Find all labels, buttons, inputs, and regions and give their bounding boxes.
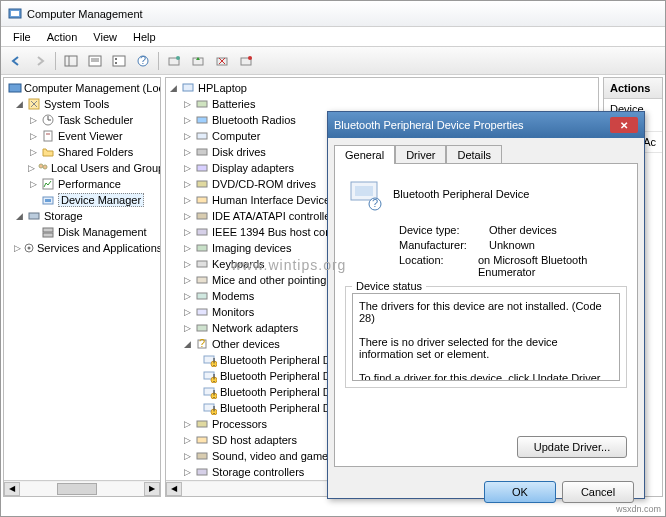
label-location: Location: bbox=[399, 254, 478, 278]
list-button[interactable] bbox=[108, 50, 130, 72]
left-pane: Computer Management (Local ◢System Tools… bbox=[3, 77, 161, 497]
svg-rect-76 bbox=[355, 186, 373, 196]
actions-header: Actions bbox=[604, 78, 662, 99]
svg-rect-9 bbox=[115, 62, 117, 64]
tree-event-viewer[interactable]: ▷Event Viewer bbox=[4, 128, 160, 144]
dialog-tabs: General Driver Details bbox=[328, 138, 644, 163]
svg-rect-50 bbox=[197, 261, 207, 267]
svg-text:!: ! bbox=[212, 356, 215, 367]
left-scrollbar[interactable]: ◀▶ bbox=[4, 480, 160, 496]
svg-rect-69 bbox=[197, 421, 207, 427]
label-manufacturer: Manufacturer: bbox=[399, 239, 489, 251]
tree-services[interactable]: ▷Services and Applications bbox=[4, 240, 160, 256]
menu-help[interactable]: Help bbox=[125, 29, 164, 45]
value-location: on Microsoft Bluetooth Enumerator bbox=[478, 254, 627, 278]
svg-text:!: ! bbox=[212, 372, 215, 383]
svg-rect-8 bbox=[115, 58, 117, 60]
dialog-buttons: OK Cancel bbox=[328, 473, 644, 511]
status-textbox[interactable]: The drivers for this device are not inst… bbox=[352, 293, 620, 381]
scan-button[interactable] bbox=[163, 50, 185, 72]
tree-task-scheduler[interactable]: ▷Task Scheduler bbox=[4, 112, 160, 128]
status-legend: Device status bbox=[352, 280, 426, 292]
svg-rect-48 bbox=[197, 229, 207, 235]
toolbar: ? bbox=[1, 47, 665, 75]
svg-rect-31 bbox=[43, 179, 53, 189]
back-button[interactable] bbox=[5, 50, 27, 72]
svg-rect-53 bbox=[197, 309, 207, 315]
svg-rect-27 bbox=[44, 131, 52, 141]
label-device-type: Device type: bbox=[399, 224, 489, 236]
credit: wsxdn.com bbox=[616, 504, 661, 514]
dialog-titlebar[interactable]: Bluetooth Peripheral Device Properties ✕ bbox=[328, 112, 644, 138]
svg-rect-42 bbox=[197, 133, 207, 139]
tree-device-manager[interactable]: Device Manager bbox=[4, 192, 160, 208]
svg-rect-71 bbox=[197, 453, 207, 459]
device-status-group: Device status The drivers for this devic… bbox=[345, 286, 627, 388]
console-tree[interactable]: Computer Management (Local ◢System Tools… bbox=[4, 78, 160, 258]
close-icon[interactable]: ✕ bbox=[610, 117, 638, 133]
svg-rect-2 bbox=[65, 56, 77, 66]
svg-text:?: ? bbox=[372, 197, 378, 209]
svg-rect-54 bbox=[197, 325, 207, 331]
tab-general[interactable]: General bbox=[334, 145, 395, 164]
svg-rect-36 bbox=[43, 233, 53, 237]
svg-rect-47 bbox=[197, 213, 207, 219]
menu-view[interactable]: View bbox=[85, 29, 125, 45]
tree-local-users[interactable]: ▷Local Users and Groups bbox=[4, 160, 160, 176]
device-category[interactable]: ▷Batteries bbox=[166, 96, 598, 112]
svg-rect-40 bbox=[197, 101, 207, 107]
window-titlebar: Computer Management bbox=[1, 1, 665, 27]
device-root[interactable]: ◢HPLaptop bbox=[166, 80, 598, 96]
svg-rect-70 bbox=[197, 437, 207, 443]
device-icon: ? bbox=[345, 174, 385, 214]
tree-performance[interactable]: ▷Performance bbox=[4, 176, 160, 192]
help-button[interactable]: ? bbox=[132, 50, 154, 72]
svg-rect-43 bbox=[197, 149, 207, 155]
svg-rect-7 bbox=[113, 56, 125, 66]
svg-text:!: ! bbox=[212, 388, 215, 399]
tree-root[interactable]: Computer Management (Local bbox=[4, 80, 160, 96]
svg-point-30 bbox=[43, 165, 47, 169]
device-name: Bluetooth Peripheral Device bbox=[393, 188, 529, 200]
tree-disk-mgmt[interactable]: Disk Management bbox=[4, 224, 160, 240]
svg-rect-20 bbox=[9, 84, 21, 92]
svg-text:?: ? bbox=[199, 338, 205, 349]
svg-rect-44 bbox=[197, 165, 207, 171]
tab-details[interactable]: Details bbox=[446, 145, 502, 164]
tree-system-tools[interactable]: ◢System Tools bbox=[4, 96, 160, 112]
tree-shared-folders[interactable]: ▷Shared Folders bbox=[4, 144, 160, 160]
value-manufacturer: Unknown bbox=[489, 239, 535, 251]
svg-text:?: ? bbox=[140, 55, 146, 66]
update-driver-button[interactable]: Update Driver... bbox=[517, 436, 627, 458]
tab-driver[interactable]: Driver bbox=[395, 145, 446, 164]
svg-rect-39 bbox=[183, 84, 193, 91]
properties-button[interactable] bbox=[84, 50, 106, 72]
disable-button[interactable] bbox=[235, 50, 257, 72]
ok-button[interactable]: OK bbox=[484, 481, 556, 503]
svg-rect-72 bbox=[197, 469, 207, 475]
svg-rect-46 bbox=[197, 197, 207, 203]
forward-button[interactable] bbox=[29, 50, 51, 72]
menu-file[interactable]: File bbox=[5, 29, 39, 45]
show-hide-tree-button[interactable] bbox=[60, 50, 82, 72]
svg-point-29 bbox=[39, 164, 43, 168]
svg-point-38 bbox=[28, 247, 31, 250]
cancel-button[interactable]: Cancel bbox=[562, 481, 634, 503]
svg-rect-35 bbox=[43, 228, 53, 232]
tree-storage[interactable]: ◢Storage bbox=[4, 208, 160, 224]
svg-rect-41 bbox=[197, 117, 207, 123]
svg-rect-49 bbox=[197, 245, 207, 251]
menubar: File Action View Help bbox=[1, 27, 665, 47]
value-device-type: Other devices bbox=[489, 224, 557, 236]
tab-body: ? Bluetooth Peripheral Device Device typ… bbox=[334, 163, 638, 467]
uninstall-button[interactable] bbox=[211, 50, 233, 72]
properties-dialog: Bluetooth Peripheral Device Properties ✕… bbox=[327, 111, 645, 499]
dialog-title: Bluetooth Peripheral Device Properties bbox=[334, 119, 524, 131]
menu-action[interactable]: Action bbox=[39, 29, 86, 45]
window-title: Computer Management bbox=[27, 8, 143, 20]
app-icon bbox=[7, 6, 23, 22]
update-driver-button[interactable] bbox=[187, 50, 209, 72]
svg-rect-52 bbox=[197, 293, 207, 299]
svg-rect-1 bbox=[11, 11, 19, 16]
svg-point-19 bbox=[248, 56, 252, 60]
